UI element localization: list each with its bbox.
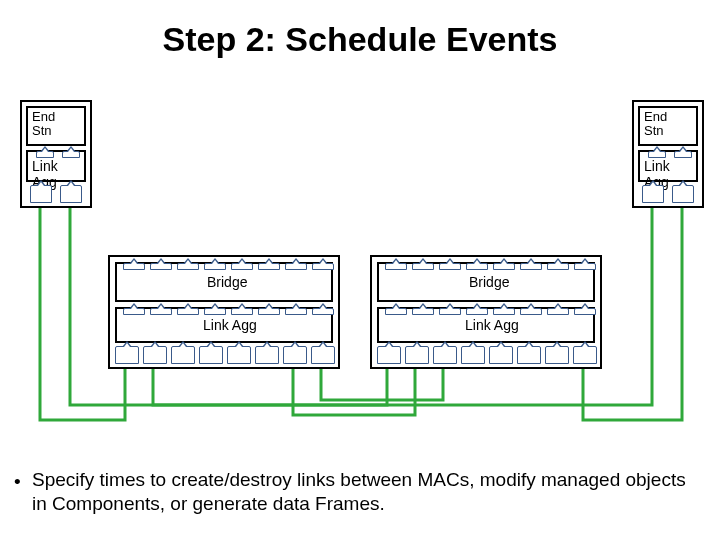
bridge-1: Bridge Link Agg	[108, 255, 340, 369]
port-row	[377, 347, 599, 365]
port	[36, 151, 54, 158]
bullet-dot-icon: •	[14, 470, 21, 494]
port	[520, 263, 542, 270]
port	[204, 308, 226, 315]
port-row	[115, 347, 337, 365]
port	[574, 308, 596, 315]
port	[493, 308, 515, 315]
end-stn-right-box: End Stn	[638, 106, 698, 146]
bridge-1-box: Bridge	[115, 262, 333, 302]
port	[574, 263, 596, 270]
port	[150, 308, 172, 315]
port	[231, 263, 253, 270]
bridge-1-linkagg-label: Link Agg	[203, 317, 257, 333]
port	[493, 263, 515, 270]
port	[283, 346, 307, 364]
end-stn-left-box: End Stn	[26, 106, 86, 146]
port	[648, 151, 666, 158]
port	[115, 346, 139, 364]
port	[466, 308, 488, 315]
port	[547, 308, 569, 315]
bullet-content: Specify times to create/destroy links be…	[32, 469, 686, 514]
port	[123, 308, 145, 315]
port	[405, 346, 429, 364]
bridge-2-box: Bridge	[377, 262, 595, 302]
port	[258, 308, 280, 315]
port-row	[638, 186, 698, 204]
port	[385, 308, 407, 315]
port	[285, 308, 307, 315]
port	[258, 263, 280, 270]
bridge-2-label: Bridge	[469, 274, 509, 290]
port	[204, 263, 226, 270]
port	[123, 263, 145, 270]
port	[642, 185, 664, 203]
port	[545, 346, 569, 364]
link-agg-right-box: Link Agg	[638, 150, 698, 182]
port	[227, 346, 251, 364]
port	[255, 346, 279, 364]
bridge-1-linkagg: Link Agg	[115, 307, 333, 343]
port	[439, 263, 461, 270]
port	[377, 346, 401, 364]
port	[412, 263, 434, 270]
port	[439, 308, 461, 315]
link-agg-left-box: Link Agg	[26, 150, 86, 182]
port	[177, 263, 199, 270]
end-stn-left-label: End Stn	[32, 110, 55, 139]
port	[199, 346, 223, 364]
port	[433, 346, 457, 364]
port	[573, 346, 597, 364]
port	[312, 263, 334, 270]
port	[312, 308, 334, 315]
bridge-2-linkagg-label: Link Agg	[465, 317, 519, 333]
port-row	[26, 186, 86, 204]
port	[171, 346, 195, 364]
port	[517, 346, 541, 364]
port	[674, 151, 692, 158]
port	[385, 263, 407, 270]
port	[62, 151, 80, 158]
port	[177, 308, 199, 315]
end-stn-right-label: End Stn	[644, 110, 667, 139]
port	[143, 346, 167, 364]
port	[547, 263, 569, 270]
bullet-text: • Specify times to create/destroy links …	[32, 468, 690, 516]
port	[672, 185, 694, 203]
port	[489, 346, 513, 364]
end-station-right: End Stn Link Agg	[632, 100, 704, 208]
port	[311, 346, 335, 364]
bridge-2: Bridge Link Agg	[370, 255, 602, 369]
bridge-1-label: Bridge	[207, 274, 247, 290]
diagram-canvas: End Stn Link Agg End Stn Link Agg	[0, 0, 720, 540]
end-station-left: End Stn Link Agg	[20, 100, 92, 208]
port	[412, 308, 434, 315]
port	[520, 308, 542, 315]
port	[461, 346, 485, 364]
port	[30, 185, 52, 203]
port	[466, 263, 488, 270]
port	[60, 185, 82, 203]
port	[150, 263, 172, 270]
port	[231, 308, 253, 315]
port	[285, 263, 307, 270]
bridge-2-linkagg: Link Agg	[377, 307, 595, 343]
